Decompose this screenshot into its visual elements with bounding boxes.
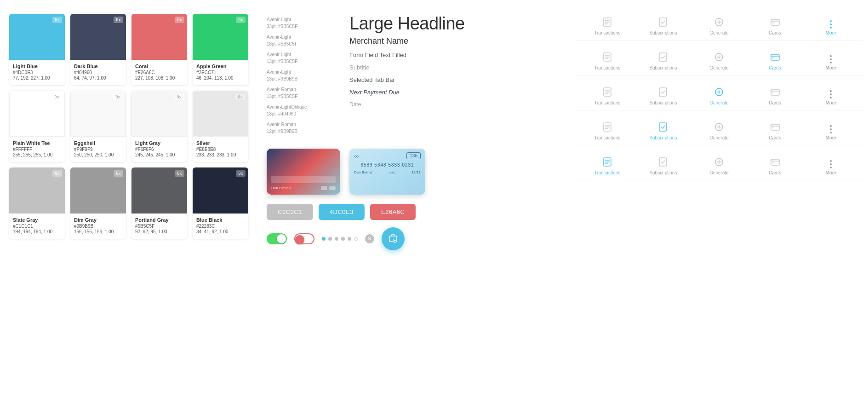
swatch-name: Coral — [135, 63, 183, 69]
tab-label-generate: Generate — [709, 135, 729, 140]
tab-label-transactions: Transactions — [594, 170, 620, 175]
fab-button[interactable] — [382, 227, 405, 250]
tab-item-more-5[interactable]: More — [815, 160, 847, 175]
tab-item-generate-5[interactable]: Generate — [703, 156, 735, 175]
card-visuals: Dan Birman ∞ 136 6589 5648 5833 0231 Dan… — [267, 149, 561, 195]
tab-label-transactions: Transactions — [594, 100, 620, 105]
tab-item-transactions-3[interactable]: Transactions — [591, 86, 623, 105]
date-text: Date — [349, 101, 561, 108]
tab-item-subscriptions-2[interactable]: Subscriptions — [647, 51, 679, 70]
form-field-text: Form Field Text Filled — [349, 52, 561, 58]
swatch-name: Apple Green — [196, 63, 245, 69]
tab-label-cards: Cards — [769, 65, 781, 70]
swatch-plain-white-tee: 0x Plain White Tee #FFFFFF 255, 255, 255… — [9, 91, 65, 162]
gray-color-button[interactable]: C1C1C1 — [267, 204, 313, 220]
tab-label-generate: Generate — [709, 30, 729, 35]
tab-item-generate-2[interactable]: Generate — [703, 51, 735, 70]
swatch-light-blue: 0x Light Blue #4DC0E3 77, 192, 227, 1.00 — [9, 14, 65, 85]
type-samples: Large Headline Merchant Name Form Field … — [349, 14, 561, 135]
tab-label-cards: Cards — [769, 30, 781, 35]
swatch-rgba: 227, 108, 108, 1.00 — [135, 75, 183, 81]
svg-rect-8 — [659, 18, 667, 26]
tab-item-transactions-4[interactable]: Transactions — [591, 121, 623, 140]
swatch-hex: #C1C1C1 — [13, 224, 61, 229]
tab-item-more-4[interactable]: More — [815, 125, 847, 140]
svg-rect-56 — [771, 159, 779, 165]
tab-item-cards-5[interactable]: Cards — [759, 156, 791, 175]
generate-icon — [713, 86, 725, 98]
tab-item-cards-2[interactable]: Cards — [759, 51, 791, 70]
swatch-name: Light Blue — [13, 63, 61, 69]
middle-panel: Avenir-Light33pt, #5B5C5FAvenir-Light18p… — [257, 0, 570, 404]
tab-item-generate-1[interactable]: Generate — [703, 16, 735, 35]
tab-item-more-1[interactable]: More — [815, 20, 847, 35]
swatch-rgba: 77, 192, 227, 1.00 — [13, 75, 61, 81]
tab-item-cards-3[interactable]: Cards — [759, 86, 791, 105]
page-dot-3 — [335, 237, 338, 241]
card-expiry: 12/11 — [411, 170, 421, 174]
swatch-name: Dark Blue — [74, 63, 122, 69]
tab-item-generate-4[interactable]: Generate — [703, 121, 735, 140]
tab-item-more-3[interactable]: More — [815, 90, 847, 105]
type-label-6: Avenir-Roman12pt, #9B9B9B — [267, 121, 340, 135]
card-dark[interactable]: Dan Birman — [267, 149, 340, 195]
swatch-badge: 0x — [114, 17, 123, 23]
tab-item-generate-3[interactable]: Generate — [703, 86, 735, 105]
tab-label-more: More — [826, 30, 836, 35]
swatch-rgba: 46, 204, 113, 1.00 — [196, 75, 245, 81]
tab-item-more-2[interactable]: More — [815, 55, 847, 70]
more-dots-icon — [830, 20, 832, 29]
swatch-dark-blue: 0x Dark Blue #404960 64, 74, 97, 1.00 — [70, 14, 126, 85]
swatch-dim-gray: 0x Dim Gray #9B9B9B 156, 156, 156, 1.00 — [70, 167, 126, 239]
tab-label-transactions: Transactions — [594, 30, 620, 35]
subscriptions-icon — [657, 156, 669, 168]
tab-item-transactions-5[interactable]: Transactions — [591, 156, 623, 175]
swatch-hex: #2ECC71 — [196, 70, 245, 75]
toggle-on[interactable] — [267, 233, 287, 244]
swatch-name: Silver — [196, 140, 245, 146]
card-number: 6589 5648 5833 0231 — [353, 162, 422, 167]
swatch-name: Blue Black — [196, 217, 245, 223]
tab-item-transactions-2[interactable]: Transactions — [591, 51, 623, 70]
cards-icon — [769, 156, 782, 168]
cancel-icon[interactable]: ✕ — [365, 234, 374, 243]
swatch-apple-green: 0x Apple Green #2ECC71 46, 204, 113, 1.0… — [193, 14, 248, 85]
tab-item-subscriptions-4[interactable]: Subscriptions — [647, 121, 679, 140]
card-light[interactable]: ∞ 136 6589 5648 5833 0231 Dan Birman exp… — [349, 149, 425, 195]
swatch-badge: 0x — [174, 94, 184, 100]
tab-item-subscriptions-5[interactable]: Subscriptions — [647, 156, 679, 175]
toggle-off[interactable] — [294, 233, 314, 244]
type-label-4: Avenir-Roman13pt, #5B5C5F — [267, 86, 340, 100]
tab-item-cards-1[interactable]: Cards — [759, 16, 791, 35]
swatch-hex: #404960 — [74, 70, 122, 75]
more-dots-icon — [830, 160, 832, 168]
swatch-hex: #E26A6C — [135, 70, 183, 75]
swatch-light-gray: 0x Light Gray #F6F6F6 245, 245, 245, 1.0… — [131, 91, 187, 162]
tab-label-cards: Cards — [769, 135, 781, 140]
tab-label-subscriptions: Subscriptions — [649, 135, 677, 140]
tab-label-subscriptions: Subscriptions — [649, 100, 677, 105]
tab-item-subscriptions-3[interactable]: Subscriptions — [647, 86, 679, 105]
swatch-portland-gray: 0x Portland Gray #5B5C5F 92, 92, 95, 1.0… — [131, 167, 187, 239]
tab-label-generate: Generate — [709, 65, 729, 70]
swatch-name: Light Gray — [135, 140, 183, 146]
transactions-icon — [601, 51, 614, 63]
transactions-icon — [601, 156, 614, 168]
swatch-name: Eggshell — [74, 140, 122, 146]
type-label-5: Avenir-LightOblique13pt, #404960 — [267, 104, 340, 117]
tab-item-transactions-1[interactable]: Transactions — [591, 16, 623, 35]
tab-label-transactions: Transactions — [594, 135, 620, 140]
svg-rect-19 — [659, 53, 667, 61]
tab-item-subscriptions-1[interactable]: Subscriptions — [647, 16, 679, 35]
more-dots-icon — [830, 125, 832, 133]
coral-color-button[interactable]: E26A6C — [370, 204, 416, 220]
large-headline: Large Headline — [349, 14, 561, 34]
tab-bar-5: Transactions Subscriptions Generate Card… — [575, 156, 863, 175]
blue-color-button[interactable]: 4DC0E3 — [319, 204, 365, 220]
tab-bar-section-1: Transactions Subscriptions Generate Card… — [575, 9, 863, 40]
tab-item-cards-4[interactable]: Cards — [759, 121, 791, 140]
tab-label-generate: Generate — [709, 170, 729, 175]
next-payment-text: Next Payment Due — [349, 89, 561, 96]
tab-bar-section-5: Transactions Subscriptions Generate Card… — [575, 149, 863, 180]
tab-bar-4: Transactions Subscriptions Generate Card… — [575, 121, 863, 140]
